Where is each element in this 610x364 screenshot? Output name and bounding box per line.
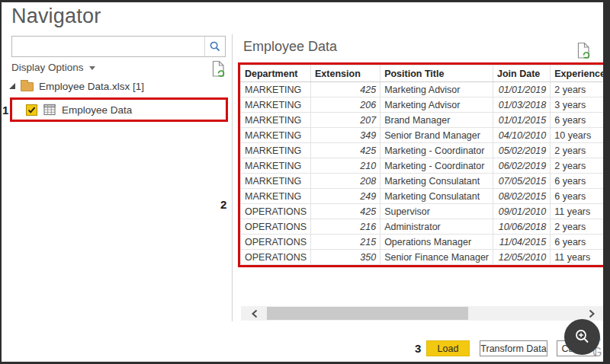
sheet-checkbox[interactable]	[26, 104, 37, 116]
table-row: MARKETING207Brand Manager01/01/20156 yea…	[241, 113, 610, 128]
zoom-in-button[interactable]	[564, 319, 600, 355]
table-cell: 12/05/2010	[493, 250, 551, 265]
table-row: MARKETING210Marketing - Coordinator06/02…	[241, 158, 610, 174]
table-cell: MARKETING	[241, 189, 311, 204]
window-frame	[0, 0, 610, 2]
table-cell: OPERATIONS	[241, 250, 311, 265]
table-cell: Brand Manager	[380, 113, 493, 128]
table-cell: 6 years	[551, 235, 610, 250]
horizontal-scrollbar[interactable]	[241, 306, 605, 321]
table-cell: OPERATIONS	[241, 235, 311, 250]
folder-icon	[21, 82, 34, 91]
table-cell: 2 years	[551, 219, 610, 235]
table-cell: 249	[311, 189, 380, 204]
column-header: Department	[241, 65, 311, 82]
table-row: OPERATIONS425Supervisor09/01/201011 year…	[241, 204, 610, 219]
table-row: OPERATIONS216Administrator10/06/20182 ye…	[241, 219, 610, 235]
table-cell: 01/03/2018	[493, 97, 551, 113]
table-row: MARKETING208Marketing Consulatant07/05/2…	[241, 174, 610, 189]
table-cell: MARKETING	[241, 82, 311, 97]
table-cell: 11 years	[551, 204, 610, 219]
scrollbar-thumb[interactable]	[267, 307, 468, 320]
table-cell: 207	[311, 113, 380, 128]
refresh-preview-button[interactable]	[576, 42, 591, 62]
table-row: MARKETING249Marketing Consulatant08/02/2…	[241, 189, 610, 204]
table-row: MARKETING349Senior Brand Manager04/10/20…	[241, 128, 610, 143]
chevron-right-icon	[588, 309, 596, 318]
preview-title: Employee Data	[243, 39, 337, 55]
table-cell: MARKETING	[241, 174, 311, 189]
table-cell: 216	[311, 219, 380, 235]
chevron-left-icon	[251, 309, 258, 318]
table-cell: MARKETING	[241, 128, 311, 143]
table-cell: 425	[311, 204, 380, 219]
table-row: OPERATIONS215Operations Manager11/04/201…	[241, 235, 610, 250]
window-frame	[603, 0, 610, 364]
table-cell: 425	[311, 82, 380, 97]
table-row: OPERATIONS350Senior Finance Manager12/05…	[241, 250, 610, 265]
transform-data-button[interactable]: Transform Data	[480, 340, 547, 356]
table-cell: 349	[311, 128, 380, 143]
table-row: MARKETING425Marketing Advisor01/01/20192…	[241, 82, 610, 97]
table-cell: 07/05/2015	[493, 174, 551, 189]
table-row: MARKETING206Marketing Advisor01/03/20183…	[241, 97, 610, 113]
table-cell: Marketing - Coordinator	[380, 158, 493, 174]
tree-expander-icon[interactable]	[9, 83, 15, 89]
table-cell: OPERATIONS	[241, 204, 311, 219]
table-cell: 3 years	[551, 97, 610, 113]
zoom-in-icon	[573, 327, 592, 347]
table-cell: MARKETING	[241, 158, 311, 174]
annotation-number-1: 1	[2, 104, 8, 117]
table-cell: Senior Finance Manager	[380, 250, 493, 265]
column-header: Join Date	[493, 65, 551, 82]
table-cell: 01/01/2019	[493, 82, 551, 97]
table-cell: 2 years	[551, 82, 610, 97]
display-options-dropdown[interactable]: Display Options	[11, 62, 95, 73]
table-cell: 04/10/2010	[493, 128, 551, 143]
table-cell: 11 years	[551, 250, 610, 265]
table-cell: Administrator	[380, 219, 493, 235]
preview-table: DepartmentExtensionPosition TitleJoin Da…	[240, 65, 610, 265]
table-cell: 2 years	[551, 158, 610, 174]
refresh-list-button[interactable]	[211, 60, 226, 81]
search-box	[11, 36, 226, 57]
annotation-number-2: 2	[220, 198, 226, 211]
table-cell: Marketing Advisor	[380, 82, 493, 97]
column-header: Experience	[551, 65, 610, 82]
table-cell: 05/02/2019	[493, 143, 551, 158]
search-button[interactable]	[204, 37, 225, 56]
scroll-right-button[interactable]	[583, 306, 601, 321]
table-cell: Senior Brand Manager	[380, 128, 493, 143]
tree-item-employee-data[interactable]: Employee Data	[26, 100, 132, 120]
table-cell: 10/06/2018	[493, 219, 551, 235]
table-cell: Supervisor	[380, 204, 493, 219]
table-cell: 6 years	[551, 189, 610, 204]
table-cell: 08/02/2015	[493, 189, 551, 204]
table-cell: Marketing - Coordinator	[380, 143, 493, 158]
table-cell: MARKETING	[241, 113, 311, 128]
navigator-dialog: Navigator Display Options Employee Data.…	[0, 0, 610, 364]
search-input[interactable]	[12, 37, 204, 56]
table-row: MARKETING425Marketing - Coordinator05/02…	[241, 143, 610, 158]
dialog-title: Navigator	[11, 5, 101, 28]
search-icon	[209, 40, 221, 53]
table-cell: OPERATIONS	[241, 219, 311, 235]
table-cell: 11/04/2015	[493, 235, 551, 250]
column-header: Extension	[311, 65, 380, 82]
table-grid-icon	[43, 104, 56, 116]
tree-item-workbook[interactable]: Employee Data.xlsx [1]	[9, 78, 144, 94]
table-cell: 425	[311, 143, 380, 158]
table-cell: Operations Manager	[380, 235, 493, 250]
table-cell: 09/01/2010	[493, 204, 551, 219]
table-cell: Marketing Consulatant	[380, 174, 493, 189]
panel-divider	[232, 34, 233, 321]
table-cell: 215	[311, 235, 380, 250]
load-button[interactable]: Load	[426, 340, 470, 356]
scroll-left-button[interactable]	[246, 306, 264, 321]
table-cell: 208	[311, 174, 380, 189]
column-header: Position Title	[380, 65, 493, 82]
chevron-down-icon	[89, 66, 95, 70]
workbook-label: Employee Data.xlsx [1]	[39, 81, 144, 92]
table-cell: 01/01/2015	[493, 113, 551, 128]
preview-table-header-row: DepartmentExtensionPosition TitleJoin Da…	[241, 65, 610, 82]
